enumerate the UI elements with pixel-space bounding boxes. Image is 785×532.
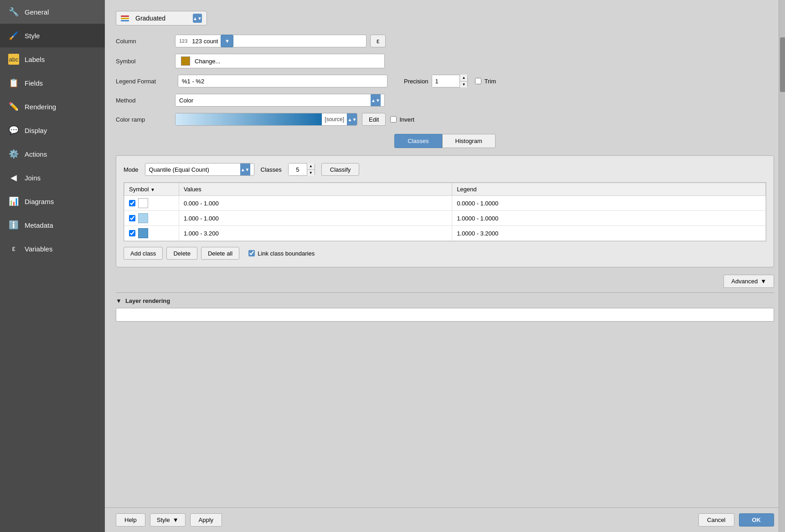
sidebar-item-metadata[interactable]: ℹ️ Metadata (0, 213, 105, 237)
sidebar-label-style: Style (25, 32, 40, 40)
table-cell-legend-2: 1.0000 - 1.0000 (452, 211, 766, 226)
style-label: Style (157, 517, 170, 523)
color-ramp-dropdown[interactable]: [source] ▲▼ (175, 113, 357, 126)
style-button[interactable]: Style ▼ (150, 513, 186, 527)
layer-rendering-content (116, 308, 774, 322)
sidebar-label-joins: Joins (25, 174, 41, 182)
delete-all-button[interactable]: Delete all (201, 247, 239, 260)
color-ramp-gradient (176, 113, 322, 125)
table-actions: Add class Delete Delete all Link class b… (124, 247, 766, 260)
link-class-section: Link class boundaries (248, 250, 315, 257)
table-header-symbol[interactable]: Symbol ▼ (124, 183, 179, 196)
table-cell-values-2: 1.000 - 1.000 (179, 211, 452, 226)
invert-label: Invert (399, 116, 414, 123)
sidebar-item-joins[interactable]: ◀ Joins (0, 166, 105, 189)
precision-label: Precision (404, 78, 428, 85)
trim-checkbox[interactable] (475, 78, 481, 84)
method-dropdown-arrow: ▲▼ (371, 94, 381, 106)
sidebar-label-display: Display (25, 127, 47, 134)
mode-row: Mode Quantile (Equal Count) ▲▼ Classes ▲… (124, 163, 766, 176)
tab-histogram[interactable]: Histogram (442, 134, 496, 148)
sidebar-item-diagrams[interactable]: 📊 Diagrams (0, 189, 105, 213)
sidebar-item-fields[interactable]: 📋 Fields (0, 71, 105, 95)
precision-down[interactable]: ▼ (460, 82, 467, 88)
mode-label: Mode (124, 166, 139, 173)
ok-button[interactable]: OK (739, 513, 775, 527)
symbol-button[interactable]: Change... (175, 54, 385, 68)
epsilon-button[interactable]: ε (370, 35, 386, 47)
table-cell-legend-1: 0.0000 - 1.0000 (452, 196, 766, 211)
table-cell-symbol-3 (124, 226, 179, 241)
mode-dropdown[interactable]: Quantile (Equal Count) ▲▼ (145, 163, 254, 176)
method-value: Color (179, 97, 368, 104)
tab-classes[interactable]: Classes (394, 134, 442, 148)
renderer-dropdown[interactable]: Graduated ▲▼ (116, 11, 207, 26)
table-row: 1.000 - 1.000 1.0000 - 1.0000 (124, 211, 766, 226)
column-dropdown-arrow[interactable]: ▼ (221, 35, 233, 47)
apply-button[interactable]: Apply (190, 513, 222, 527)
classes-count-down[interactable]: ▼ (307, 170, 315, 176)
mode-value: Quantile (Equal Count) (149, 166, 240, 173)
sidebar-item-style[interactable]: 🖌️ Style (0, 24, 105, 47)
table-cell-values-3: 1.000 - 3.200 (179, 226, 452, 241)
sidebar-item-rendering[interactable]: ✏️ Rendering (0, 95, 105, 118)
renderer-row: Graduated ▲▼ (116, 7, 774, 26)
trim-label: Trim (484, 78, 496, 85)
sidebar-item-general[interactable]: 🔧 General (0, 0, 105, 24)
advanced-label: Advanced (731, 278, 758, 285)
sidebar: 🔧 General 🖌️ Style abc Labels 📋 Fields ✏… (0, 0, 105, 532)
layer-rendering-arrow-icon: ▼ (116, 297, 122, 304)
invert-checkbox[interactable] (390, 116, 397, 123)
symbol-row: Symbol Change... (116, 54, 774, 68)
symbol-color-swatch (181, 56, 190, 66)
sidebar-item-display[interactable]: 💬 Display (0, 118, 105, 142)
row-2-swatch (138, 213, 148, 223)
column-row: Column 123 123 count ▼ ε (116, 35, 774, 47)
classes-count-up[interactable]: ▲ (307, 163, 315, 170)
style-arrow-icon: ▼ (173, 517, 179, 523)
scrollbar-track[interactable] (779, 0, 785, 532)
content-area: Graduated ▲▼ Column 123 123 count ▼ ε Sy… (105, 0, 785, 507)
sidebar-label-diagrams: Diagrams (25, 198, 54, 205)
color-ramp-label: Color ramp (116, 116, 170, 123)
method-row: Method Color ▲▼ (116, 94, 774, 107)
renderer-icon (121, 15, 129, 21)
joins-icon: ◀ (8, 172, 19, 183)
link-class-label: Link class boundaries (258, 250, 315, 257)
classes-panel: Mode Quantile (Equal Count) ▲▼ Classes ▲… (116, 155, 774, 267)
layer-rendering-section: ▼ Layer rendering (116, 292, 774, 322)
sidebar-item-actions[interactable]: ⚙️ Actions (0, 142, 105, 166)
sidebar-item-labels[interactable]: abc Labels (0, 47, 105, 71)
precision-input[interactable] (432, 75, 460, 87)
invert-section: Invert (390, 116, 414, 123)
classes-count-input[interactable] (289, 164, 307, 175)
column-dropdown[interactable]: 123 123 count ▼ (175, 35, 367, 47)
tabs-row: Classes Histogram (116, 134, 774, 148)
edit-button[interactable]: Edit (362, 113, 386, 126)
method-dropdown[interactable]: Color ▲▼ (175, 94, 385, 107)
symbol-label: Symbol (116, 58, 170, 65)
legend-format-input[interactable] (178, 75, 387, 87)
scrollbar-thumb[interactable] (780, 37, 785, 92)
precision-up[interactable]: ▲ (460, 75, 467, 82)
row-3-checkbox[interactable] (129, 230, 135, 236)
row-2-checkbox[interactable] (129, 215, 135, 221)
add-class-button[interactable]: Add class (124, 247, 163, 260)
cancel-button[interactable]: Cancel (698, 513, 734, 527)
row-3-swatch (138, 228, 148, 238)
link-class-checkbox[interactable] (248, 250, 255, 256)
table-row: 1.000 - 3.200 1.0000 - 3.2000 (124, 226, 766, 241)
advanced-button[interactable]: Advanced ▼ (723, 275, 774, 288)
sidebar-item-variables[interactable]: ε Variables (0, 237, 105, 261)
precision-section: Precision ▲ ▼ (404, 75, 468, 87)
help-button[interactable]: Help (116, 513, 145, 527)
labels-icon: abc (8, 54, 19, 65)
color-ramp-arrow[interactable]: ▲▼ (347, 113, 357, 126)
classify-button[interactable]: Classify (321, 163, 360, 176)
mode-dropdown-arrow: ▲▼ (240, 164, 250, 175)
diagrams-icon: 📊 (8, 196, 19, 207)
row-1-checkbox[interactable] (129, 200, 135, 206)
table-header-values: Values (179, 183, 452, 196)
sidebar-label-variables: Variables (25, 245, 52, 253)
delete-button[interactable]: Delete (166, 247, 197, 260)
